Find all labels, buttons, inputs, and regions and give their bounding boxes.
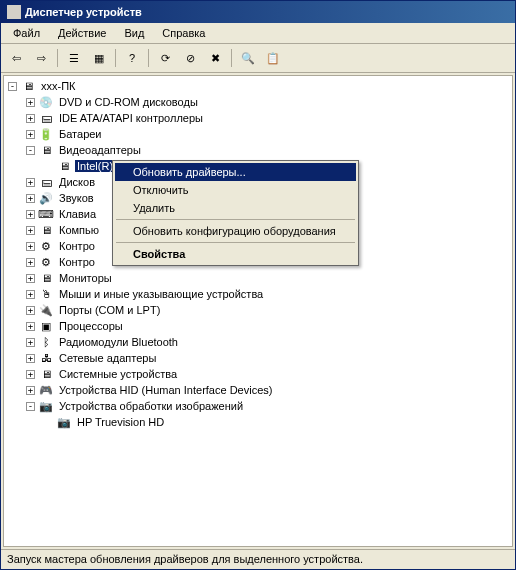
node-label[interactable]: HP Truevision HD <box>75 416 166 428</box>
expander-icon[interactable]: + <box>26 130 35 139</box>
device-icon: ▣ <box>38 318 54 334</box>
expander-icon[interactable]: - <box>26 402 35 411</box>
menu-view[interactable]: Вид <box>116 25 152 41</box>
tree-node[interactable]: +▣Процессоры <box>4 318 512 334</box>
node-label[interactable]: Порты (COM и LPT) <box>57 304 162 316</box>
node-label[interactable]: Устройства обработки изображений <box>57 400 245 412</box>
device-icon: ᛒ <box>38 334 54 350</box>
expander-icon[interactable]: - <box>8 82 17 91</box>
expander-icon[interactable]: + <box>26 114 35 123</box>
node-label[interactable]: Контро <box>57 240 97 252</box>
ctx-separator <box>116 242 355 243</box>
expander-icon[interactable]: + <box>26 354 35 363</box>
status-text: Запуск мастера обновления драйверов для … <box>7 553 363 565</box>
expander-icon[interactable]: - <box>26 146 35 155</box>
expander-icon[interactable]: + <box>26 210 35 219</box>
menu-file[interactable]: Файл <box>5 25 48 41</box>
titlebar: Диспетчер устройств <box>1 1 515 23</box>
disable-button[interactable]: ⊘ <box>179 47 201 69</box>
device-icon: 🖥 <box>38 222 54 238</box>
ctx-delete[interactable]: Удалить <box>115 199 356 217</box>
expander-icon[interactable]: + <box>26 226 35 235</box>
menu-action[interactable]: Действие <box>50 25 114 41</box>
root-label[interactable]: xxx-ПК <box>39 80 77 92</box>
expander-icon[interactable]: + <box>26 290 35 299</box>
ctx-disable[interactable]: Отключить <box>115 181 356 199</box>
node-label[interactable]: Радиомодули Bluetooth <box>57 336 180 348</box>
tree-node[interactable]: 📷HP Truevision HD <box>4 414 512 430</box>
expander-icon[interactable]: + <box>26 178 35 187</box>
expander-icon[interactable]: + <box>26 242 35 251</box>
help-button[interactable]: ? <box>121 47 143 69</box>
node-label[interactable]: DVD и CD-ROM дисководы <box>57 96 200 108</box>
node-label[interactable]: Клавиа <box>57 208 98 220</box>
tree-node[interactable]: +🖴IDE ATA/ATAPI контроллеры <box>4 110 512 126</box>
back-button[interactable]: ⇦ <box>5 47 27 69</box>
device-icon: 📷 <box>38 398 54 414</box>
context-menu: Обновить драйверы... Отключить Удалить О… <box>112 160 359 266</box>
device-icon: 💿 <box>38 94 54 110</box>
device-icon: 🖧 <box>38 350 54 366</box>
toolbar: ⇦ ⇨ ☰ ▦ ? ⟳ ⊘ ✖ 🔍 📋 <box>1 44 515 73</box>
expander-icon[interactable]: + <box>26 338 35 347</box>
device-tree[interactable]: - 🖥 xxx-ПК +💿DVD и CD-ROM дисководы+🖴IDE… <box>3 75 513 547</box>
toolbar-separator <box>231 49 232 67</box>
node-label[interactable]: Системные устройства <box>57 368 179 380</box>
expander-icon[interactable]: + <box>26 370 35 379</box>
node-label[interactable]: Процессоры <box>57 320 125 332</box>
tree-node[interactable]: -📷Устройства обработки изображений <box>4 398 512 414</box>
device-icon: 🔊 <box>38 190 54 206</box>
tree-node[interactable]: +🎮Устройства HID (Human Interface Device… <box>4 382 512 398</box>
forward-button[interactable]: ⇨ <box>30 47 52 69</box>
device-icon: 🖴 <box>38 174 54 190</box>
expander-icon[interactable]: + <box>26 386 35 395</box>
node-label[interactable]: Контро <box>57 256 97 268</box>
node-label[interactable]: Мыши и иные указывающие устройства <box>57 288 265 300</box>
menu-help[interactable]: Справка <box>154 25 213 41</box>
expander-icon[interactable]: + <box>26 98 35 107</box>
node-label[interactable]: Устройства HID (Human Interface Devices) <box>57 384 274 396</box>
expander-icon[interactable]: + <box>26 274 35 283</box>
device-icon: 🔋 <box>38 126 54 142</box>
node-label[interactable]: IDE ATA/ATAPI контроллеры <box>57 112 205 124</box>
computer-icon: 🖥 <box>20 78 36 94</box>
list-view-button[interactable]: ☰ <box>63 47 85 69</box>
device-icon: 🖥 <box>38 142 54 158</box>
device-icon: 🖥 <box>38 366 54 382</box>
menubar: Файл Действие Вид Справка <box>1 23 515 44</box>
update-driver-button[interactable]: ⟳ <box>154 47 176 69</box>
node-label[interactable]: Видеоадаптеры <box>57 144 143 156</box>
node-label[interactable]: Сетевые адаптеры <box>57 352 158 364</box>
ctx-update-drivers[interactable]: Обновить драйверы... <box>115 163 356 181</box>
ctx-refresh-config[interactable]: Обновить конфигурацию оборудования <box>115 222 356 240</box>
node-label[interactable]: Компью <box>57 224 101 236</box>
detail-view-button[interactable]: ▦ <box>88 47 110 69</box>
tree-node[interactable]: +🖱Мыши и иные указывающие устройства <box>4 286 512 302</box>
tree-node[interactable]: -🖥Видеоадаптеры <box>4 142 512 158</box>
tree-node[interactable]: +🖧Сетевые адаптеры <box>4 350 512 366</box>
expander-icon[interactable]: + <box>26 258 35 267</box>
device-icon: ⚙ <box>38 254 54 270</box>
uninstall-button[interactable]: ✖ <box>204 47 226 69</box>
scan-hardware-button[interactable]: 🔍 <box>237 47 259 69</box>
node-label[interactable]: Батареи <box>57 128 104 140</box>
ctx-properties[interactable]: Свойства <box>115 245 356 263</box>
tree-node[interactable]: +💿DVD и CD-ROM дисководы <box>4 94 512 110</box>
node-label[interactable]: Дисков <box>57 176 97 188</box>
tree-node[interactable]: +🖥Мониторы <box>4 270 512 286</box>
properties-button[interactable]: 📋 <box>262 47 284 69</box>
toolbar-separator <box>148 49 149 67</box>
ctx-separator <box>116 219 355 220</box>
window-title: Диспетчер устройств <box>25 6 142 18</box>
tree-root[interactable]: - 🖥 xxx-ПК <box>4 78 512 94</box>
toolbar-separator <box>115 49 116 67</box>
node-label[interactable]: Звуков <box>57 192 96 204</box>
node-label[interactable]: Мониторы <box>57 272 114 284</box>
tree-node[interactable]: +ᛒРадиомодули Bluetooth <box>4 334 512 350</box>
expander-icon[interactable]: + <box>26 194 35 203</box>
tree-node[interactable]: +🔋Батареи <box>4 126 512 142</box>
expander-icon[interactable]: + <box>26 306 35 315</box>
tree-node[interactable]: +🔌Порты (COM и LPT) <box>4 302 512 318</box>
tree-node[interactable]: +🖥Системные устройства <box>4 366 512 382</box>
expander-icon[interactable]: + <box>26 322 35 331</box>
